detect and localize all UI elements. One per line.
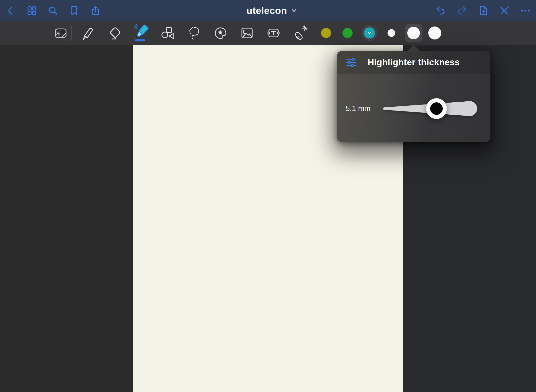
bluetooth-icon [133,23,139,31]
color-swatch-green[interactable] [342,28,353,38]
share-icon [90,5,101,16]
zoom-window-tool-button[interactable]: a [51,23,71,43]
search-icon [48,5,58,16]
pen-tool-button[interactable] [78,23,98,43]
slider-knob[interactable] [426,98,447,119]
thickness-large-dot [428,26,441,39]
thickness-preset-large[interactable] [428,26,441,39]
stickers-tool-button[interactable] [211,23,230,43]
bookmark-icon [69,5,80,16]
highlighter-thickness-popover: Highlighter thickness 5.1 mm [337,51,490,142]
highlighter-tool-button[interactable] [132,23,152,43]
add-page-icon [478,5,488,16]
popover-title: Highlighter thickness [337,51,490,74]
text-tool-button[interactable] [264,23,283,43]
stylus-cross-button[interactable] [494,0,515,21]
top-navbar: utelecon [0,0,536,21]
more-button[interactable] [515,0,536,21]
add-page-button[interactable] [472,0,494,21]
popover-body: 5.1 mm [337,74,490,142]
selected-color-ring [362,25,377,41]
image-icon [239,25,255,41]
chevron-down-icon [291,7,297,14]
sticker-icon [213,25,228,41]
shapes-tool-button[interactable] [158,23,178,43]
lasso-tool-button[interactable] [184,23,204,43]
thickness-preset-small[interactable] [388,29,395,37]
lasso-icon [187,25,202,41]
more-icon [520,5,531,16]
color-swatch-teal-selected[interactable] [362,25,377,41]
zoom-window-icon: a [53,26,68,40]
tool-toolbar: a [0,21,536,45]
undo-button[interactable] [430,0,451,21]
back-button[interactable] [0,0,21,21]
thickness-medium-dot [407,27,420,39]
swatch-chevron-down-icon [367,31,372,35]
laser-pointer-tool-button[interactable] [290,23,310,43]
shapes-icon [160,25,176,41]
search-button[interactable] [42,0,64,21]
navbar-right-group [430,0,536,21]
thickness-small-dot [388,29,395,37]
popover-header: Highlighter thickness [337,51,490,74]
image-tool-button[interactable] [237,23,257,43]
stylus-cross-icon [499,5,509,16]
svg-text:a: a [56,29,60,37]
color-divider [318,26,318,40]
navbar-left-group [0,0,106,21]
thickness-preset-medium-selected[interactable] [405,24,422,42]
toolbar-divider [71,26,72,40]
pages-overview-button[interactable] [21,0,42,21]
notebook-title-button[interactable]: utelecon [247,0,297,21]
back-icon [5,5,16,16]
pen-icon [80,26,95,40]
laser-pointer-icon [293,25,308,41]
redo-icon [456,5,467,16]
bookmarks-button[interactable] [64,0,85,21]
pages-overview-icon [27,5,37,16]
share-button[interactable] [85,0,106,21]
text-tool-icon [266,25,281,41]
color-swatch-yellow[interactable] [321,28,331,38]
undo-icon [435,5,446,16]
notebook-title: utelecon [247,5,287,16]
eraser-icon [107,25,123,41]
eraser-tool-button[interactable] [105,23,125,43]
thickness-slider[interactable] [337,74,490,142]
popover-arrow [404,45,423,52]
redo-button[interactable] [451,0,472,21]
screen: { "navbar": { "title": "utelecon", "back… [0,0,536,392]
